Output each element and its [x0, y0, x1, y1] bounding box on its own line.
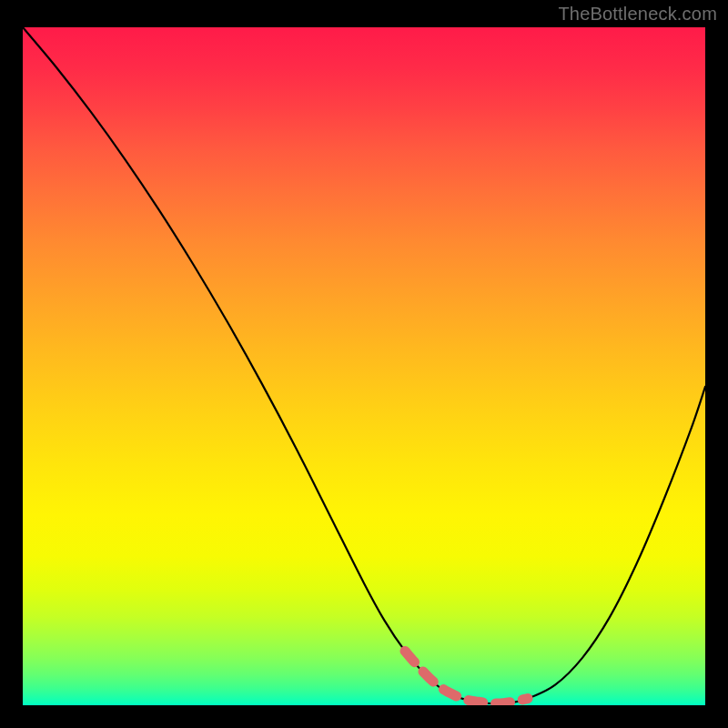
optimal-range-marker [405, 651, 528, 703]
watermark-text: TheBottleneck.com [558, 4, 717, 25]
chart-frame: TheBottleneck.com [0, 0, 728, 728]
curve-layer [23, 27, 705, 705]
bottleneck-curve [23, 27, 705, 703]
plot-area [23, 27, 705, 705]
